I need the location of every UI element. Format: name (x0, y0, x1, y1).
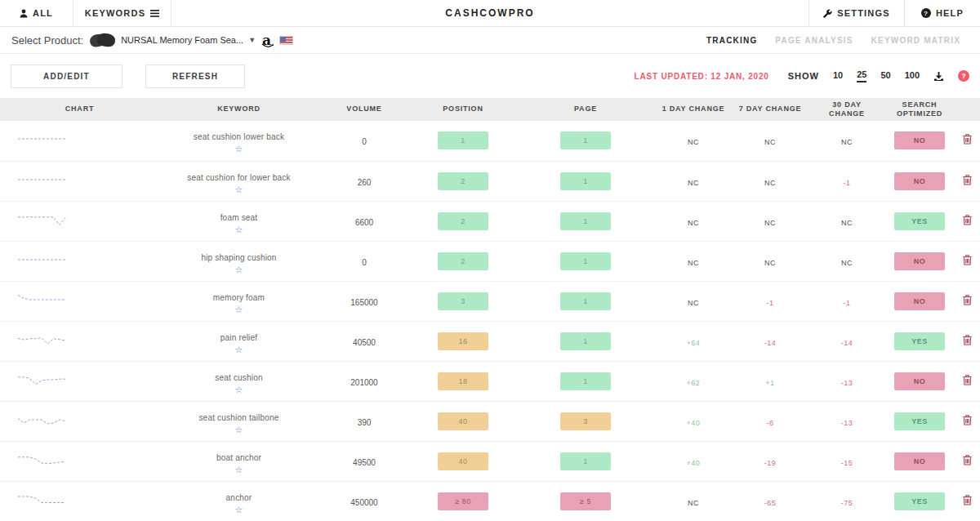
keyword-text: memory foam (213, 293, 265, 302)
trash-icon[interactable] (963, 174, 972, 189)
change-30day-cell: NC (808, 241, 885, 281)
sparkline-chart (16, 130, 67, 148)
trash-icon[interactable] (963, 454, 972, 469)
change-30day-cell: -14 (808, 321, 885, 361)
change-7day-cell: -19 (732, 441, 808, 481)
star-icon[interactable]: ☆ (159, 505, 318, 514)
page-cell: ≥ 5 (516, 481, 655, 521)
change-1day-cell: NC (655, 201, 732, 241)
position-badge: 40 (438, 452, 488, 470)
page-size-10[interactable]: 10 (833, 70, 843, 82)
keyword-cell: boat anchor☆ (159, 441, 318, 481)
trash-icon[interactable] (963, 374, 972, 389)
sparkline-chart (16, 371, 67, 389)
table-row: seat cushion tailbone☆390403+40-6-13YES (0, 401, 980, 441)
change-30day-cell: -15 (808, 441, 885, 481)
keyword-text: seat cushion for lower back (187, 173, 291, 182)
star-icon[interactable]: ☆ (159, 305, 318, 314)
download-icon[interactable] (933, 71, 944, 82)
optimized-badge: YES (894, 212, 945, 230)
delete-cell (954, 441, 980, 481)
keyword-cell: anchor☆ (159, 481, 318, 521)
sparkline-chart (16, 491, 67, 509)
volume-value: 165000 (350, 298, 377, 307)
trash-icon[interactable] (963, 334, 972, 349)
tab-page-analysis[interactable]: PAGE ANALYSIS (775, 36, 853, 45)
change-7day-cell: NC (732, 121, 808, 161)
change-7day-value: -1 (766, 299, 773, 307)
change-30day-value: -13 (841, 379, 853, 387)
change-7day-cell: NC (732, 201, 808, 241)
change-1day-value: +62 (687, 379, 701, 387)
change-7day-value: NC (764, 259, 776, 267)
star-icon[interactable]: ☆ (159, 225, 318, 234)
position-cell: ≥ 80 (410, 481, 516, 521)
keyword-cell: foam seat☆ (159, 201, 318, 241)
trash-icon[interactable] (963, 133, 972, 148)
optimized-badge: NO (894, 372, 945, 390)
nav-tab-settings[interactable]: SETTINGS (808, 0, 904, 26)
change-30day-cell: -1 (808, 161, 885, 201)
trash-icon[interactable] (963, 494, 972, 509)
change-1day-value: +40 (687, 419, 701, 427)
position-badge: 3 (438, 292, 488, 310)
trash-icon[interactable] (963, 414, 972, 429)
star-icon[interactable]: ☆ (159, 385, 318, 394)
page-cell: 1 (516, 121, 655, 161)
tab-tracking[interactable]: TRACKING (706, 36, 757, 45)
keyword-table-body: seat cushion lower back☆011NCNCNCNOseat … (0, 121, 980, 521)
product-name[interactable]: NURSAL Memory Foam Sea... (121, 35, 243, 45)
change-30day-value: -1 (843, 179, 850, 187)
optimized-cell: NO (885, 281, 954, 321)
trash-icon[interactable] (963, 254, 972, 269)
person-icon (20, 9, 28, 18)
change-1day-cell: NC (655, 161, 732, 201)
change-7day-cell: +1 (732, 361, 808, 401)
page-cell: 1 (516, 361, 655, 401)
change-7day-value: NC (764, 138, 776, 146)
change-7day-cell: NC (732, 241, 808, 281)
star-icon[interactable]: ☆ (159, 145, 318, 153)
change-1day-value: +40 (687, 459, 701, 467)
star-icon[interactable]: ☆ (159, 465, 318, 474)
page-size-100[interactable]: 100 (905, 70, 920, 82)
delete-cell (954, 201, 980, 241)
position-badge: 1 (438, 131, 488, 149)
table-row: memory foam☆16500031NC-1-1NO (0, 281, 980, 321)
change-30day-cell: -13 (808, 401, 885, 441)
nav-tab-all[interactable]: ALL (0, 0, 74, 26)
col-1day-change: 1 DAY CHANGE (655, 98, 732, 121)
page-badge: 1 (560, 252, 611, 270)
help-circle-icon[interactable]: ? (958, 70, 969, 82)
page-size-25[interactable]: 25 (857, 69, 866, 82)
trash-icon[interactable] (963, 214, 972, 229)
change-1day-value: NC (688, 259, 699, 267)
change-7day-value: -6 (766, 419, 773, 427)
table-row: foam seat☆660021NCNCNCYES (0, 201, 980, 241)
page-size-50[interactable]: 50 (880, 70, 890, 82)
nav-tab-help[interactable]: ? HELP (904, 0, 980, 26)
star-icon[interactable]: ☆ (159, 265, 318, 274)
keyword-text: seat cushion lower back (194, 132, 284, 141)
change-30day-value: NC (841, 138, 853, 146)
table-row: hip shaping cushion☆021NCNCNCNO (0, 241, 980, 281)
delete-cell (954, 481, 980, 521)
position-cell: 18 (410, 361, 516, 401)
star-icon[interactable]: ☆ (159, 185, 318, 194)
star-icon[interactable]: ☆ (159, 345, 318, 354)
refresh-button[interactable]: REFRESH (145, 65, 245, 88)
trash-icon[interactable] (963, 294, 972, 309)
chevron-down-icon[interactable]: ▼ (248, 36, 256, 44)
page-badge: 1 (560, 332, 611, 350)
volume-value: 260 (358, 178, 372, 187)
keyword-cell: hip shaping cushion☆ (159, 241, 318, 281)
change-30day-cell: NC (808, 201, 885, 241)
nav-tab-keywords[interactable]: KEYWORDS (74, 0, 172, 26)
tab-keyword-matrix[interactable]: KEYWORD MATRIX (871, 36, 960, 45)
position-cell: 2 (410, 241, 516, 281)
volume-cell: 6600 (318, 201, 410, 241)
add-edit-button[interactable]: ADD/EDIT (11, 65, 122, 88)
star-icon[interactable]: ☆ (159, 425, 318, 434)
delete-cell (954, 121, 980, 161)
nav-all-label: ALL (33, 8, 53, 18)
